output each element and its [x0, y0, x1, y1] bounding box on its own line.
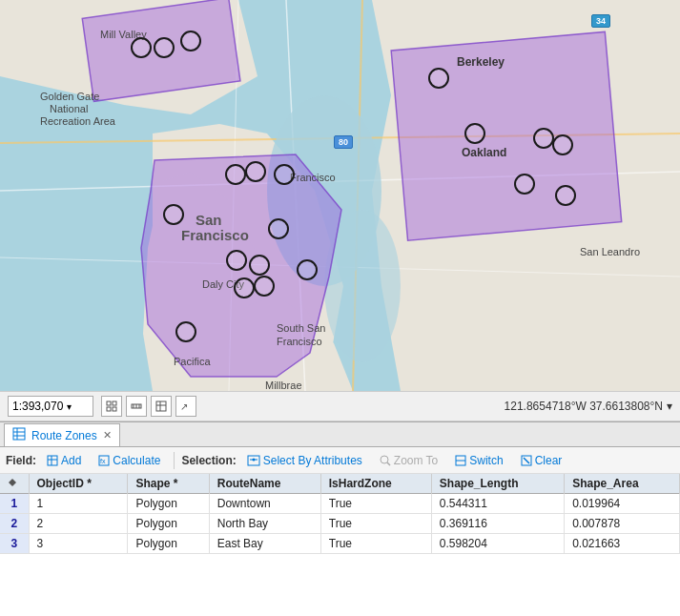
svg-text:fx: fx: [100, 458, 106, 464]
svg-rect-17: [107, 401, 111, 405]
row-number-cell: 2: [0, 514, 29, 534]
svg-rect-25: [156, 401, 166, 411]
circle-marker: [163, 204, 184, 225]
grid-tool-btn[interactable]: [101, 396, 122, 417]
cell-shape_area: 0.021663: [565, 534, 680, 554]
circle-marker: [245, 161, 266, 182]
col-header-shapearea[interactable]: Shape_Area: [565, 474, 680, 494]
circle-marker: [464, 123, 485, 144]
svg-line-42: [387, 462, 390, 465]
svg-text:↗: ↗: [180, 401, 188, 412]
table-row[interactable]: 22PolygonNorth BayTrue0.3691160.007878: [0, 514, 680, 534]
svg-rect-15: [391, 31, 622, 240]
svg-rect-29: [13, 428, 25, 440]
col-header-ishardzone[interactable]: IsHardZone: [320, 474, 431, 494]
circle-marker: [428, 68, 449, 89]
calculate-btn[interactable]: fx Calculate: [92, 450, 167, 471]
scale-selector[interactable]: 1:393,070 ▾: [8, 396, 93, 417]
col-label-shapelength: Shape_Length: [440, 477, 519, 490]
circle-marker: [154, 37, 175, 58]
col-label-shape: Shape *: [135, 477, 177, 490]
scale-value: 1:393,070: [12, 400, 63, 413]
cell-is_hard_zone: True: [320, 494, 431, 514]
col-header-shape[interactable]: Shape *: [128, 474, 209, 494]
route-zones-tab[interactable]: Route Zones ✕: [4, 423, 120, 446]
circle-marker: [131, 37, 152, 58]
circle-marker: [533, 128, 554, 149]
ruler-tool-btn[interactable]: [126, 396, 147, 417]
table-tab-icon: [12, 427, 26, 443]
cell-shape: Polygon: [128, 514, 209, 534]
svg-rect-19: [107, 407, 111, 411]
add-field-btn[interactable]: Add: [40, 450, 88, 471]
svg-line-46: [524, 458, 529, 463]
clear-label: Clear: [535, 454, 563, 467]
cell-shape_area: 0.019964: [565, 494, 680, 514]
cell-shape_length: 0.544311: [431, 494, 564, 514]
cell-object_id: 1: [29, 494, 128, 514]
select-by-attributes-btn[interactable]: Select By Attributes: [240, 450, 369, 471]
svg-rect-33: [48, 456, 57, 465]
cell-object_id: 3: [29, 534, 128, 554]
switch-btn[interactable]: Switch: [448, 450, 509, 471]
circle-marker: [234, 277, 255, 298]
tab-close-btn[interactable]: ✕: [103, 429, 112, 441]
circle-marker: [552, 134, 573, 155]
table-header: ObjectID * Shape * RouteName IsHardZone …: [0, 474, 680, 494]
circle-marker: [254, 276, 275, 297]
svg-marker-47: [9, 479, 16, 486]
coordinates-dropdown-btn[interactable]: ▾: [667, 400, 672, 413]
zoom-to-btn[interactable]: Zoom To: [373, 450, 444, 471]
table-toolbar: Field: Add fx Calculate Selection: Selec…: [0, 447, 680, 474]
table-row[interactable]: 33PolygonEast BayTrue0.5982040.021663: [0, 534, 680, 554]
cell-route_name: East Bay: [209, 534, 320, 554]
coordinates-value: 121.8654718°W 37.6613808°N: [505, 400, 663, 413]
cell-route_name: North Bay: [209, 514, 320, 534]
coordinates-display: 121.8654718°W 37.6613808°N ▾: [505, 400, 672, 413]
add-label: Add: [61, 454, 81, 467]
col-header-shapelength[interactable]: Shape_Length: [431, 474, 564, 494]
arrow-tool-btn[interactable]: ↗: [175, 396, 196, 417]
table-tool-btn[interactable]: [151, 396, 172, 417]
cell-object_id: 2: [29, 514, 128, 534]
circle-marker: [226, 250, 247, 271]
cell-shape: Polygon: [128, 494, 209, 514]
highway-34-shield: 34: [591, 14, 610, 28]
col-header-rownum: [0, 474, 29, 494]
clear-btn[interactable]: Clear: [514, 450, 569, 471]
cell-shape_area: 0.007878: [565, 514, 680, 534]
tab-label: Route Zones: [31, 429, 97, 442]
cell-shape_length: 0.598204: [431, 534, 564, 554]
circle-marker: [180, 31, 201, 51]
cell-shape: Polygon: [128, 534, 209, 554]
switch-label: Switch: [469, 454, 503, 467]
separator-1: [174, 452, 175, 469]
scale-dropdown-icon: ▾: [67, 401, 72, 412]
col-label-objectid: ObjectID *: [37, 477, 92, 490]
cell-shape_length: 0.369116: [431, 514, 564, 534]
status-bar: 1:393,070 ▾ ↗ 121.8654718°W 37.6613808°N…: [0, 391, 680, 421]
col-label-ishardzone: IsHardZone: [329, 477, 392, 490]
table-body: 11PolygonDowntownTrue0.5443110.01996422P…: [0, 494, 680, 554]
svg-point-40: [252, 458, 255, 461]
table-row[interactable]: 11PolygonDowntownTrue0.5443110.019964: [0, 494, 680, 514]
map-tool-icons: ↗: [101, 396, 196, 417]
selection-label: Selection:: [181, 454, 236, 467]
circle-marker: [555, 185, 576, 206]
svg-rect-20: [113, 407, 116, 411]
map-view[interactable]: Mill Valley Berkeley Golden Gate Nationa…: [0, 0, 680, 391]
circle-marker: [297, 259, 318, 280]
field-label: Field:: [6, 454, 36, 467]
select-by-attr-label: Select By Attributes: [263, 454, 362, 467]
circle-marker: [274, 164, 295, 185]
cell-route_name: Downtown: [209, 494, 320, 514]
circle-marker: [225, 164, 246, 185]
col-header-objectid[interactable]: ObjectID *: [29, 474, 128, 494]
col-label-routename: RouteName: [217, 477, 281, 490]
row-number-cell: 1: [0, 494, 29, 514]
circle-marker: [175, 321, 196, 342]
highway-80-shield: 80: [334, 135, 353, 149]
col-header-routename[interactable]: RouteName: [209, 474, 320, 494]
cell-is_hard_zone: True: [320, 514, 431, 534]
zoom-to-label: Zoom To: [394, 454, 438, 467]
